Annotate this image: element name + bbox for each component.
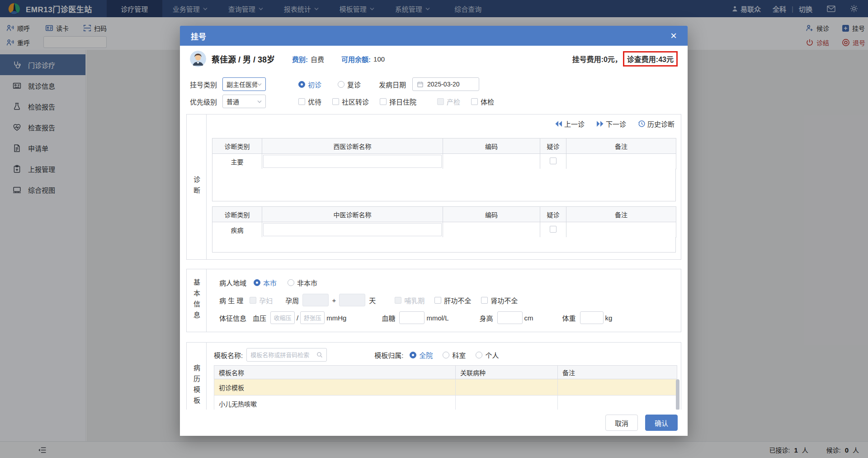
radio-dot xyxy=(338,81,344,88)
checkbox-box xyxy=(332,98,339,105)
patient-region-row: 病人地域 本市 非本市 xyxy=(207,276,681,289)
glucose-label: 血糖 xyxy=(382,313,395,323)
tcm-table-empty-area xyxy=(212,237,676,253)
priority-select[interactable]: 普通 xyxy=(222,95,266,108)
template-name-label: 模板名称: xyxy=(214,350,243,360)
height-input[interactable] xyxy=(497,311,523,324)
template-search-box xyxy=(246,348,327,362)
radio-dot xyxy=(254,279,260,286)
reg-type-select[interactable]: 副主任医师 xyxy=(222,77,266,91)
checkbox-community-referral[interactable]: 社区转诊 xyxy=(332,97,369,106)
checkbox-kidney-dysfunction[interactable]: 肾功不全 xyxy=(481,296,518,305)
bp-systolic-input[interactable] xyxy=(270,311,295,324)
onset-date-input[interactable]: 2025-03-20 xyxy=(412,77,479,91)
checkbox-box xyxy=(437,98,444,105)
tcm-diagnosis-table: 诊断类别 中医诊断名称 编码 疑诊 备注 疾病 xyxy=(212,206,676,238)
bp-unit: mmHg xyxy=(326,314,346,322)
radio-dot xyxy=(288,279,294,286)
priority-label: 优先级别 xyxy=(190,97,218,106)
radio-dot xyxy=(476,352,482,358)
weight-unit: kg xyxy=(605,314,613,322)
confirm-button[interactable]: 确认 xyxy=(645,415,678,431)
fast-forward-icon xyxy=(596,120,604,127)
radio-local-city[interactable]: 本市 xyxy=(254,278,277,287)
checkbox-physical-exam[interactable]: 体检 xyxy=(471,97,494,106)
diagnosis-type-cell: 疾病 xyxy=(212,222,262,238)
dialog-title: 挂号 xyxy=(191,30,206,42)
next-visit-button[interactable]: 下一诊 xyxy=(596,119,626,129)
bp-label: 血压 xyxy=(253,313,266,323)
diagnosis-name-cell xyxy=(262,154,443,169)
patient-name-sex-age: 蔡佳源 / 男 / 38岁 xyxy=(212,53,275,65)
diagnosis-section: 诊断 上一诊 下一诊 历史诊断 xyxy=(186,114,681,260)
diagnosis-section-label: 诊断 xyxy=(187,114,207,259)
table-row: 主要 xyxy=(212,154,676,169)
checkbox-liver-dysfunction[interactable]: 肝功不全 xyxy=(434,296,471,305)
fee-type-value: 自费 xyxy=(311,54,324,64)
physiology-label: 病 生 理 xyxy=(219,296,243,305)
western-diagnosis-input[interactable] xyxy=(263,155,442,168)
suspect-cell xyxy=(540,154,566,169)
tcm-diagnosis-input[interactable] xyxy=(263,223,442,236)
cancel-button[interactable]: 取消 xyxy=(605,415,638,431)
checkbox-box xyxy=(471,98,478,105)
gestation-week-input[interactable] xyxy=(302,294,329,306)
code-cell xyxy=(443,154,540,169)
radio-owner-hospital[interactable]: 全院 xyxy=(410,350,433,360)
dialog-header: 挂号 × xyxy=(180,26,688,46)
avatar xyxy=(190,51,206,67)
balance-value: 100 xyxy=(373,55,385,63)
plus-sign: + xyxy=(332,296,336,304)
bp-diastolic-input[interactable] xyxy=(300,311,325,324)
checkbox-box xyxy=(298,98,305,105)
template-search-row: 模板名称: 模板归属: 全院 科室 xyxy=(214,348,675,362)
checkbox-pregnant[interactable]: 孕妇 xyxy=(250,296,273,305)
radio-return-visit[interactable]: 复诊 xyxy=(338,80,361,89)
search-icon xyxy=(316,352,323,358)
glucose-unit: mmol/L xyxy=(426,314,448,322)
checkbox-box xyxy=(395,297,401,304)
western-diagnosis-table: 诊断类别 西医诊断名称 编码 疑诊 备注 主要 xyxy=(212,138,676,169)
scrollbar-thumb[interactable] xyxy=(676,379,679,410)
table-row-first-visit-template[interactable]: 初诊模板 xyxy=(214,379,677,396)
reg-type-label: 挂号类别 xyxy=(190,80,218,89)
glucose-input[interactable] xyxy=(399,311,425,324)
fee-type-label: 费别: xyxy=(292,54,308,64)
dialog-footer: 取消 确认 xyxy=(180,410,688,436)
prev-visit-button[interactable]: 上一诊 xyxy=(555,119,585,129)
history-diagnosis-button[interactable]: 历史诊断 xyxy=(638,119,675,129)
radio-non-local[interactable]: 非本市 xyxy=(288,278,317,287)
basic-info-section: 基本信息 病人地域 本市 非本市 病 生 理 xyxy=(186,269,681,332)
priority-row: 优先级别 普通 优待 社区转诊 择日住院 产检 xyxy=(190,95,678,108)
weight-label: 体重 xyxy=(562,313,576,323)
weight-input[interactable] xyxy=(580,311,604,324)
examination-fee-highlight: 诊查费用:43元 xyxy=(623,51,678,67)
checkbox-special-care[interactable]: 优待 xyxy=(298,97,321,106)
balance-label: 可用余额: xyxy=(341,54,371,64)
suspect-cell xyxy=(540,222,566,238)
radio-owner-department[interactable]: 科室 xyxy=(443,350,466,360)
calendar-icon xyxy=(417,81,424,88)
history-clock-icon xyxy=(638,120,646,128)
checkbox-box xyxy=(481,297,488,304)
suspect-checkbox[interactable] xyxy=(550,157,557,164)
diagnosis-type-cell: 主要 xyxy=(212,154,262,169)
checkbox-prenatal[interactable]: 产检 xyxy=(437,97,460,106)
rewind-icon xyxy=(555,120,562,127)
height-unit: cm xyxy=(524,314,533,322)
radio-owner-personal[interactable]: 个人 xyxy=(476,350,499,360)
region-label: 病人地域 xyxy=(219,278,246,287)
close-icon[interactable]: × xyxy=(670,30,677,41)
checkbox-lactation[interactable]: 哺乳期 xyxy=(395,296,425,305)
gestation-day-input[interactable] xyxy=(339,294,365,306)
suspect-checkbox[interactable] xyxy=(550,226,557,233)
checkbox-scheduled-admission[interactable]: 择日住院 xyxy=(380,97,416,106)
radio-first-visit[interactable]: 初诊 xyxy=(298,80,321,89)
diagnosis-nav: 上一诊 下一诊 历史诊断 xyxy=(555,119,675,129)
table-header-row: 模板名称 关联病种 备注 xyxy=(214,366,677,379)
basic-info-content: 病人地域 本市 非本市 病 生 理 孕妇 xyxy=(207,269,681,332)
template-search-input[interactable] xyxy=(250,352,316,358)
chevron-down-icon xyxy=(257,83,262,86)
note-cell xyxy=(566,222,676,238)
diagnosis-name-cell xyxy=(262,222,443,238)
